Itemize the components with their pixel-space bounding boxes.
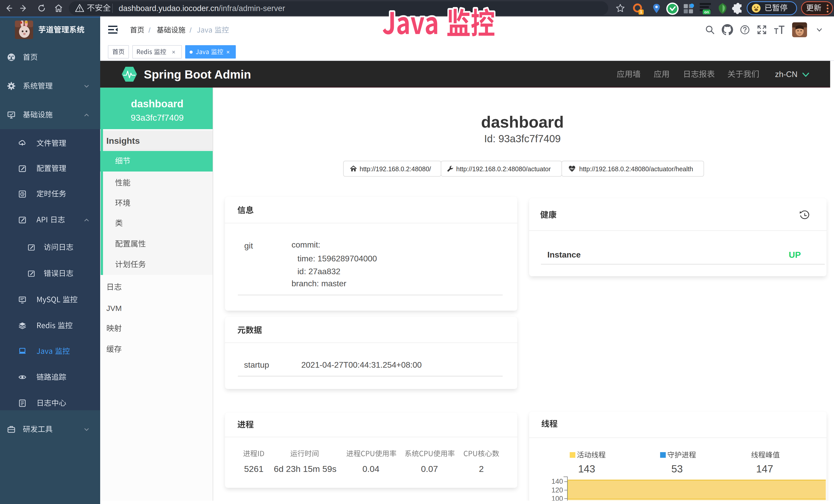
svg-text:on: on — [704, 10, 709, 14]
svg-text:1: 1 — [640, 10, 642, 14]
